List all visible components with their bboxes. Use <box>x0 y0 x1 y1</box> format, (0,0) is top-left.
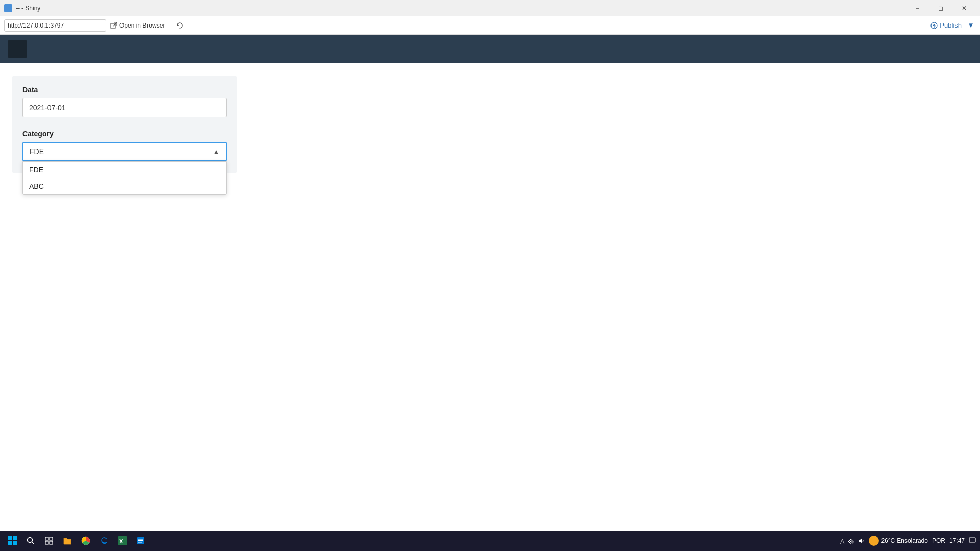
close-button[interactable]: ✕ <box>952 0 976 16</box>
publish-icon <box>930 22 938 29</box>
weather-desc: Ensolarado <box>897 537 928 544</box>
title-bar: – - Shiny − ◻ ✕ <box>0 0 980 16</box>
date-input[interactable] <box>22 98 227 117</box>
category-field-label: Category <box>22 130 227 138</box>
svg-rect-7 <box>13 541 17 545</box>
category-select[interactable]: FDE ▲ <box>22 142 227 161</box>
selected-option-label: FDE <box>30 147 44 156</box>
category-select-container: FDE ▲ FDE ABC <box>22 142 227 161</box>
svg-rect-12 <box>45 541 48 544</box>
task-view-button[interactable] <box>41 533 57 549</box>
taskbar-app-explorer[interactable] <box>59 533 76 549</box>
files-icon <box>136 536 145 545</box>
svg-point-22 <box>850 543 851 544</box>
toolbar-separator <box>169 20 169 31</box>
start-button[interactable] <box>4 533 20 549</box>
window-controls: − ◻ ✕ <box>905 0 976 16</box>
network-icon <box>847 537 854 544</box>
external-link-icon <box>110 22 117 29</box>
taskbar-tray: ⋀ 26°C Ensolarado POR 17:47 <box>840 536 976 546</box>
taskbar-app-files[interactable] <box>133 533 149 549</box>
chevron-up-icon: ▲ <box>213 148 219 155</box>
notification-icon <box>969 537 976 544</box>
chevron-up-tray-icon[interactable]: ⋀ <box>840 538 844 544</box>
toolbar: Open in Browser Publish ▼ <box>0 16 980 35</box>
minimize-button[interactable]: − <box>905 0 929 16</box>
explorer-icon <box>63 536 72 545</box>
search-button[interactable] <box>22 533 39 549</box>
app-icon <box>4 4 12 12</box>
volume-icon <box>857 537 865 544</box>
publish-button[interactable]: Publish <box>930 21 962 29</box>
search-icon <box>27 537 35 545</box>
app-bar <box>0 35 980 63</box>
dropdown-item-abc[interactable]: ABC <box>23 178 226 194</box>
time-display: 17:47 <box>949 537 965 545</box>
open-in-browser-button[interactable]: Open in Browser <box>110 22 165 29</box>
svg-rect-5 <box>13 536 17 540</box>
svg-rect-21 <box>138 542 142 543</box>
main-content: Data Category FDE ▲ FDE ABC <box>0 63 980 186</box>
category-dropdown-list: FDE ABC <box>22 161 227 195</box>
svg-rect-20 <box>138 540 143 541</box>
url-input[interactable] <box>4 19 106 32</box>
edge-icon <box>100 536 109 545</box>
publish-label: Publish <box>940 21 962 29</box>
refresh-icon <box>176 22 183 29</box>
taskbar-app-excel[interactable]: X <box>114 533 131 549</box>
taskbar-app-chrome[interactable] <box>78 533 94 549</box>
window-title: – - Shiny <box>16 5 901 12</box>
restore-button[interactable]: ◻ <box>929 0 952 16</box>
app-logo <box>8 40 27 58</box>
svg-rect-13 <box>50 541 53 544</box>
svg-rect-11 <box>50 537 53 540</box>
refresh-button[interactable] <box>174 19 186 32</box>
svg-line-9 <box>32 542 35 545</box>
windows-icon <box>8 536 17 545</box>
system-tray: ⋀ <box>840 537 865 544</box>
dropdown-item-fde[interactable]: FDE <box>23 162 226 178</box>
svg-rect-10 <box>45 537 48 540</box>
svg-rect-19 <box>138 539 143 540</box>
svg-rect-4 <box>8 536 12 540</box>
weather-temp: 26°C <box>881 537 895 544</box>
data-field-label: Data <box>22 86 227 94</box>
svg-text:X: X <box>119 538 124 544</box>
clock: 17:47 <box>949 537 965 545</box>
weather-widget: 26°C Ensolarado <box>869 536 928 546</box>
task-view-icon <box>45 537 53 545</box>
category-field-group: Category FDE ▲ FDE ABC <box>22 130 227 161</box>
svg-marker-23 <box>859 538 862 543</box>
publish-dropdown-button[interactable]: ▼ <box>966 19 976 32</box>
svg-point-8 <box>28 538 33 543</box>
sun-icon <box>869 536 879 546</box>
language-indicator: POR <box>932 537 945 544</box>
svg-rect-24 <box>969 538 975 542</box>
svg-rect-6 <box>8 541 12 545</box>
excel-icon: X <box>118 536 127 545</box>
svg-rect-0 <box>111 23 115 28</box>
taskbar-app-edge[interactable] <box>96 533 112 549</box>
taskbar: X ⋀ 26°C Ensolarado <box>0 531 980 551</box>
sidebar-panel: Data Category FDE ▲ FDE ABC <box>12 76 237 173</box>
open-in-browser-label: Open in Browser <box>119 22 165 29</box>
chrome-icon <box>81 536 90 545</box>
